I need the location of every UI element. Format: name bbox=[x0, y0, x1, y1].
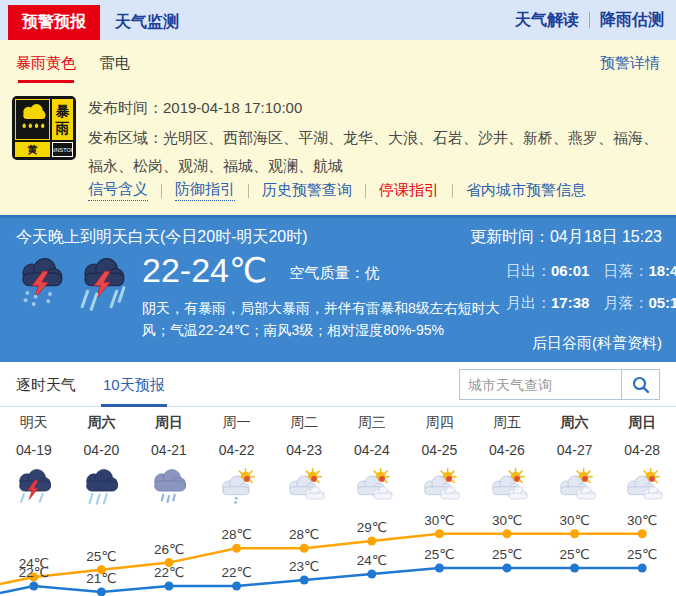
partly-cloudy-icon bbox=[281, 468, 327, 507]
temp-point-high bbox=[300, 544, 309, 553]
tab-10day-forecast[interactable]: 10天预报 bbox=[103, 376, 165, 395]
temp-label-low: 25℃ bbox=[627, 547, 657, 562]
link-weather-interpretation[interactable]: 天气解读 bbox=[515, 10, 579, 31]
forecast-day-column[interactable]: 周日04-21 bbox=[135, 414, 203, 507]
temp-label-high: 29℃ bbox=[357, 520, 387, 535]
warning-info: 发布时间：2019-04-18 17:10:00 发布区域：光明区、西部海区、平… bbox=[88, 94, 664, 179]
forecast-day-column[interactable]: 周五04-26 bbox=[473, 414, 541, 507]
partly-cloudy-icon bbox=[619, 468, 665, 507]
temp-label-high: 30℃ bbox=[424, 513, 454, 528]
link-rain-estimation[interactable]: 降雨估测 bbox=[600, 10, 664, 31]
temp-point-low bbox=[435, 564, 444, 573]
publish-area-value: 光明区、西部海区、平湖、龙华、大浪、石岩、沙井、新桥、燕罗、福海、福永、松岗、观… bbox=[88, 129, 658, 174]
day-date: 04-22 bbox=[203, 442, 271, 458]
sun-moon-item: 月出：17:38 bbox=[506, 294, 589, 313]
day-name: 周四 bbox=[406, 414, 474, 432]
day-date: 04-26 bbox=[473, 442, 541, 458]
temp-label-high: 28℃ bbox=[289, 527, 319, 542]
temp-label-low: 22℃ bbox=[19, 565, 49, 580]
current-conditions-panel: 今天晚上到明天白天(今日20时-明天20时) 更新时间：04月18日 15:23… bbox=[0, 215, 676, 362]
city-weather-search bbox=[459, 369, 660, 400]
day-name: 明天 bbox=[0, 414, 68, 432]
forecast-day-column[interactable]: 周六04-27 bbox=[541, 414, 609, 507]
separator bbox=[589, 12, 590, 28]
publish-time-row: 发布时间：2019-04-18 17:10:00 bbox=[88, 94, 664, 122]
forecast-day-column[interactable]: 周六04-20 bbox=[68, 414, 136, 507]
warning-level-label: 黄 bbox=[15, 142, 50, 157]
day-date: 04-28 bbox=[608, 442, 676, 458]
warning-link[interactable]: 省内城市预警信息 bbox=[466, 181, 586, 200]
temp-point-low bbox=[300, 576, 309, 585]
day-name: 周一 bbox=[203, 414, 271, 432]
temp-label-high: 28℃ bbox=[222, 527, 252, 542]
temp-point-high bbox=[435, 529, 444, 538]
day-date: 04-23 bbox=[270, 442, 338, 458]
day-name: 周日 bbox=[608, 414, 676, 432]
tab-rainstorm-yellow[interactable]: 暴雨黄色 bbox=[16, 54, 76, 73]
warning-link[interactable]: 信号含义 bbox=[88, 180, 148, 201]
publish-time-value: 2019-04-18 17:10:00 bbox=[163, 99, 302, 116]
day-name: 周三 bbox=[338, 414, 406, 432]
sun-moon-times: 日出：06:01日落：18:45月出：17:38月落：05:13 bbox=[506, 262, 670, 313]
warning-type-label: 暴雨 bbox=[52, 99, 73, 140]
warning-section: 暴雨黄色 雷电 预警详情 暴雨 黄 RAINSTORM 发布时间：2019-04… bbox=[0, 40, 676, 215]
forecast-day-column[interactable]: 周一04-22 bbox=[203, 414, 271, 507]
temp-point-low bbox=[29, 582, 38, 591]
partly-cloudy-icon bbox=[416, 468, 462, 507]
temperature-range: 22-24℃ bbox=[142, 250, 267, 290]
day-name: 周二 bbox=[270, 414, 338, 432]
temperature-line-chart: 24℃25℃26℃28℃28℃29℃30℃30℃30℃30℃22℃21℃22℃2… bbox=[0, 505, 676, 596]
temp-label-low: 25℃ bbox=[424, 547, 454, 562]
publish-area-row: 发布区域：光明区、西部海区、平湖、龙华、大浪、石岩、沙井、新桥、燕罗、福海、福永… bbox=[88, 124, 664, 180]
warning-link[interactable]: 防御指引 bbox=[175, 180, 235, 201]
search-input[interactable] bbox=[460, 370, 621, 399]
thunderstorm-heavy-rain-icon bbox=[74, 256, 132, 312]
day-name: 周日 bbox=[135, 414, 203, 432]
day-date: 04-27 bbox=[541, 442, 609, 458]
warning-links-row: 信号含义防御指引历史预警查询停课指引省内城市预警信息 bbox=[88, 180, 664, 201]
temp-point-low bbox=[570, 564, 579, 573]
heavy-rain-icon bbox=[78, 468, 124, 507]
partly-cloudy-icon bbox=[484, 468, 530, 507]
temp-label-low: 25℃ bbox=[560, 547, 590, 562]
temp-point-low bbox=[503, 564, 512, 573]
temp-label-high: 30℃ bbox=[560, 513, 590, 528]
thunderstorm-icon bbox=[11, 468, 57, 507]
tab-lightning[interactable]: 雷电 bbox=[100, 54, 130, 73]
forecast-day-column[interactable]: 周三04-24 bbox=[338, 414, 406, 507]
day-date: 04-25 bbox=[406, 442, 474, 458]
sun-moon-item: 日出：06:01 bbox=[506, 262, 589, 281]
tab-warning-forecast[interactable]: 预警预报 bbox=[8, 5, 100, 40]
temp-label-low: 25℃ bbox=[492, 547, 522, 562]
search-icon bbox=[631, 375, 651, 395]
warning-link[interactable]: 历史预警查询 bbox=[262, 181, 352, 200]
partly-cloudy-icon bbox=[349, 468, 395, 507]
forecast-day-column[interactable]: 周四04-25 bbox=[406, 414, 474, 507]
warning-detail-link[interactable]: 预警详情 bbox=[600, 54, 660, 73]
temp-label-low: 22℃ bbox=[222, 565, 252, 580]
forecast-day-column[interactable]: 周二04-23 bbox=[270, 414, 338, 507]
day-name: 周五 bbox=[473, 414, 541, 432]
update-time: 更新时间：04月18日 15:23 bbox=[470, 227, 662, 248]
warning-link[interactable]: 停课指引 bbox=[379, 181, 439, 200]
current-summary: 22-24℃ 空气质量：优 阴天，有暴雨，局部大暴雨，并伴有雷暴和8级左右短时大… bbox=[142, 250, 510, 341]
temp-label-low: 21℃ bbox=[86, 571, 116, 586]
separator bbox=[452, 184, 453, 198]
temp-point-high bbox=[570, 529, 579, 538]
day-name: 周六 bbox=[541, 414, 609, 432]
day-date: 04-20 bbox=[68, 442, 136, 458]
solar-term-note[interactable]: 后日谷雨(科普资料) bbox=[532, 334, 662, 353]
forecast-day-column[interactable]: 周日04-28 bbox=[608, 414, 676, 507]
ten-day-forecast-row: 明天04-19周六04-20周日04-21周一04-22周二04-23周三04-… bbox=[0, 414, 676, 507]
forecast-period-title: 今天晚上到明天白天(今日20时-明天20时) bbox=[16, 227, 308, 248]
tab-weather-monitor[interactable]: 天气监测 bbox=[115, 5, 179, 40]
forecast-day-column[interactable]: 明天04-19 bbox=[0, 414, 68, 507]
temp-label-high: 26℃ bbox=[154, 542, 184, 557]
search-button[interactable] bbox=[621, 370, 659, 399]
tab-hourly-weather[interactable]: 逐时天气 bbox=[16, 376, 76, 395]
current-weather-icons bbox=[12, 256, 132, 312]
day-date: 04-24 bbox=[338, 442, 406, 458]
temp-point-high bbox=[503, 529, 512, 538]
sun-moon-item: 月落：05:13 bbox=[603, 294, 676, 313]
air-quality: 空气质量：优 bbox=[290, 264, 380, 283]
